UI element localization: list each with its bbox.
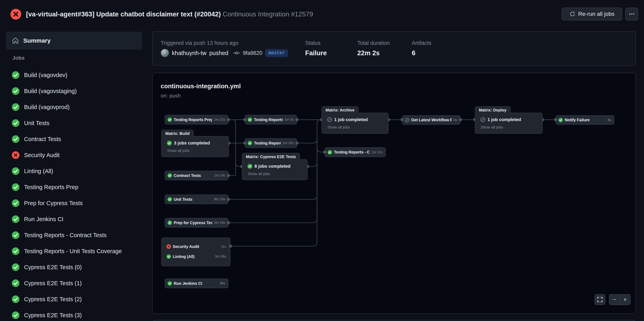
node-label: Testing Reports - Cypr...	[334, 150, 370, 155]
node-label: Testing Reports Prep	[174, 118, 212, 122]
graph-node-prep-for-cypress-tests[interactable]: Prep for Cypress Tests2m 19s	[165, 218, 228, 228]
show-all-jobs-link[interactable]: Show all jobs	[328, 125, 388, 130]
job-label: Cypress E2E Tests (0)	[24, 264, 82, 271]
actor-link[interactable]: khathuynh-tw	[172, 50, 206, 56]
show-all-jobs-link[interactable]: Show all jobs	[248, 172, 307, 176]
zoom-in-button[interactable]: +	[620, 295, 630, 305]
node-duration: 8m 10s	[214, 197, 225, 201]
graph-node-unit-tests[interactable]: Unit Tests8m 10s	[165, 194, 228, 204]
show-all-jobs-link[interactable]: Show all jobs	[481, 125, 542, 130]
graph-node-testing-reports-contract[interactable]: Testing Reports - Contr...1m 3s	[245, 115, 297, 125]
matrix-summary: 3 jobs completed	[174, 141, 210, 146]
node-duration: 0s	[454, 118, 457, 122]
job-label: Testing Reports - Unit Tests Coverage	[24, 248, 122, 255]
run-subtitle: Continuous Integration #12579	[222, 10, 313, 18]
graph-node-security-linting-group[interactable]: Security Audit11sLinting (All)3m 59s	[161, 238, 230, 266]
workflow-graph-canvas[interactable]: Testing Reports Prep1m 22sMatrix: Build3…	[153, 73, 636, 314]
actor-avatar[interactable]	[161, 49, 169, 57]
sidebar-item-summary[interactable]: Summary	[6, 32, 142, 50]
run-sidebar: Summary Jobs Build (vagovdev)Build (vago…	[0, 30, 148, 321]
status-value: Failure	[305, 49, 327, 57]
matrix-tab-label: Matrix: Build	[161, 130, 194, 137]
sidebar-job-cypress-e2e-tests-3-[interactable]: Cypress E2E Tests (3)	[0, 307, 148, 321]
job-label: Build (vagovstaging)	[24, 88, 77, 94]
graph-node-matrix-build[interactable]: Matrix: Build3 jobs completedShow all jo…	[161, 130, 229, 157]
slash-circle-icon	[480, 117, 485, 122]
sidebar-job-unit-tests[interactable]: Unit Tests	[0, 115, 148, 131]
sidebar-job-testing-reports-prep[interactable]: Testing Reports Prep	[0, 179, 148, 195]
rerun-all-jobs-button[interactable]: Re-run all jobs	[562, 7, 622, 20]
matrix-summary: 1 job completed	[334, 117, 368, 122]
sidebar-job-build-vagovprod-[interactable]: Build (vagovprod)	[0, 99, 148, 115]
git-commit-icon	[233, 50, 240, 56]
sidebar-job-cypress-e2e-tests-0-[interactable]: Cypress E2E Tests (0)	[0, 259, 148, 275]
triggered-label: Triggered via push 13 hours ago	[161, 40, 238, 46]
node-duration: 8s	[608, 118, 611, 122]
node-label: Get Latest Workflow Run N...	[411, 118, 452, 122]
branch-badge[interactable]: master	[265, 49, 288, 57]
zoom-out-button[interactable]: −	[609, 295, 620, 305]
commit-sha-link[interactable]: 9fa8620	[243, 50, 262, 56]
graph-zoom-control: − +	[609, 294, 630, 305]
graph-node-contract-tests[interactable]: Contract Tests1m 19s	[165, 171, 228, 180]
sidebar-job-testing-reports-contract-tests[interactable]: Testing Reports - Contract Tests	[0, 227, 148, 243]
check-circle-icon	[558, 118, 563, 122]
check-circle-icon	[328, 150, 332, 155]
check-circle-icon	[12, 279, 20, 287]
sidebar-job-cypress-e2e-tests-1-[interactable]: Cypress E2E Tests (1)	[0, 275, 148, 291]
node-label: Unit Tests	[174, 197, 212, 202]
graph-node-testing-reports-unit[interactable]: Testing Reports - Unit ...1m 10s	[245, 138, 297, 148]
sidebar-job-contract-tests[interactable]: Contract Tests	[0, 131, 148, 147]
graph-edges	[153, 73, 636, 314]
node-duration: 3m 59s	[215, 255, 226, 259]
graph-node-matrix-deploy[interactable]: Matrix: Deploy1 job completedShow all jo…	[475, 106, 542, 134]
x-circle-icon	[10, 9, 21, 20]
graph-node-testing-reports-cypress[interactable]: Testing Reports - Cypr...1m 11s	[325, 147, 386, 157]
check-circle-icon	[248, 118, 252, 122]
job-label: Build (vagovdev)	[24, 72, 67, 78]
group-job-row[interactable]: Linting (All)3m 59s	[162, 252, 230, 262]
run-options-kebab-button[interactable]	[625, 7, 638, 20]
job-label: Testing Reports - Contract Tests	[24, 232, 106, 239]
matrix-summary: 1 job completed	[488, 117, 521, 122]
run-header: [va-virtual-agent#363] Update chatbot di…	[0, 0, 644, 30]
check-circle-icon	[12, 231, 20, 239]
duration-value: 22m 2s	[357, 49, 380, 57]
job-list: Build (vagovdev)Build (vagovstaging)Buil…	[0, 67, 148, 321]
duration-label: Total duration	[357, 40, 390, 46]
graph-fit-to-screen-button[interactable]	[594, 294, 605, 305]
job-label: Testing Reports Prep	[24, 184, 78, 190]
check-circle-icon	[12, 295, 20, 303]
graph-node-matrix-cypress[interactable]: Matrix: Cypress E2E Tests8 jobs complete…	[242, 153, 308, 180]
job-label: Cypress E2E Tests (1)	[24, 280, 82, 287]
graph-node-matrix-archive[interactable]: Matrix: Archive1 job completedShow all j…	[322, 106, 388, 134]
sidebar-job-cypress-e2e-tests-2-[interactable]: Cypress E2E Tests (2)	[0, 291, 148, 307]
node-label: Testing Reports - Unit ...	[254, 141, 281, 146]
sidebar-job-security-audit[interactable]: Security Audit	[0, 147, 148, 163]
sidebar-job-build-vagovdev-[interactable]: Build (vagovdev)	[0, 67, 148, 83]
job-label: Build (vagovprod)	[24, 104, 70, 111]
show-all-jobs-link[interactable]: Show all jobs	[167, 149, 228, 153]
fullscreen-icon	[597, 297, 603, 303]
check-circle-icon	[12, 312, 20, 319]
graph-node-run-jenkins-ci[interactable]: Run Jenkins CI36s	[165, 279, 228, 288]
jobs-section-label: Jobs	[12, 55, 25, 61]
check-circle-icon	[166, 254, 171, 259]
graph-node-testing-reports-prep[interactable]: Testing Reports Prep1m 22s	[165, 115, 228, 125]
sidebar-job-testing-reports-unit-tests-coverage[interactable]: Testing Reports - Unit Tests Coverage	[0, 243, 148, 259]
group-job-row[interactable]: Security Audit11s	[162, 242, 230, 252]
x-circle-icon	[166, 244, 171, 249]
sidebar-job-prep-for-cypress-tests[interactable]: Prep for Cypress Tests	[0, 195, 148, 211]
check-circle-icon	[12, 87, 20, 95]
node-duration: 1m 3s	[284, 118, 294, 122]
graph-node-get-latest-workflow-run[interactable]: Get Latest Workflow Run N...0s	[402, 115, 460, 125]
action-text: pushed	[210, 50, 228, 56]
graph-node-notify-failure[interactable]: Notify Failure8s	[556, 115, 614, 125]
sidebar-job-linting-all-[interactable]: Linting (All)	[0, 163, 148, 179]
check-circle-icon	[12, 183, 20, 191]
node-label: Run Jenkins CI	[174, 281, 218, 286]
check-circle-icon	[12, 247, 20, 255]
matrix-tab-label: Matrix: Deploy	[475, 106, 510, 113]
sidebar-job-run-jenkins-ci[interactable]: Run Jenkins CI	[0, 211, 148, 227]
sidebar-job-build-vagovstaging-[interactable]: Build (vagovstaging)	[0, 83, 148, 99]
